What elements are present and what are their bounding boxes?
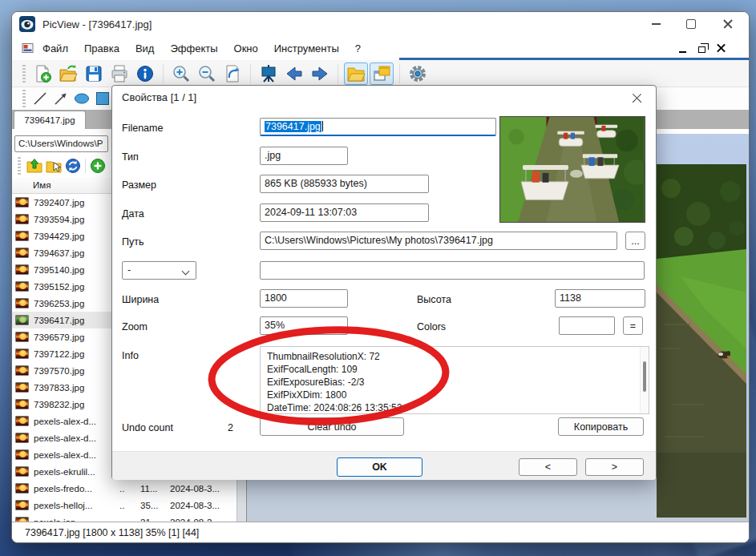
file-thumbnail-icon — [15, 264, 29, 275]
dialog-close-button[interactable] — [625, 88, 648, 107]
file-thumbnail-icon — [15, 449, 29, 460]
width-input[interactable]: 1800 — [260, 289, 348, 308]
window-cascade-icon[interactable] — [370, 62, 394, 85]
file-list-item[interactable]: pexels-jan-...21...2024-08-2... — [12, 514, 237, 522]
preset-dropdown[interactable]: - — [122, 261, 196, 280]
rotate-icon[interactable] — [220, 62, 245, 85]
type-input[interactable]: .jpg — [260, 147, 348, 165]
title-bar[interactable]: PicView - [7396417.jpg] — [12, 12, 749, 36]
preset-value: - — [127, 264, 131, 276]
colors-input[interactable] — [559, 316, 615, 335]
refresh-icon[interactable] — [63, 157, 83, 175]
size-input[interactable]: 865 KB (885933 bytes) — [260, 175, 429, 193]
browse-folder-icon[interactable] — [344, 62, 368, 85]
exif-line: ExifPixXDim: 1800 — [261, 389, 649, 401]
height-label: Высота — [417, 294, 451, 305]
file-name: 7398232.jpg — [34, 400, 115, 409]
zoom-out-icon[interactable] — [195, 62, 219, 85]
menu-Инструменты[interactable]: Инструменты — [266, 39, 347, 58]
slideshow-icon[interactable] — [257, 62, 281, 85]
file-list-item[interactable]: pexels-fredo.....11...2024-08-3... — [12, 480, 237, 497]
image-preview — [499, 116, 645, 223]
file-name: 7396417.jpg — [34, 316, 115, 325]
image-tab[interactable]: 7396417.jpg — [14, 111, 86, 129]
new-image-icon[interactable] — [30, 62, 55, 85]
zoom-input[interactable]: 35% — [260, 316, 348, 335]
file-thumbnail-icon — [15, 433, 29, 443]
menu-Окно[interactable]: Окно — [226, 39, 266, 58]
arrow-tool-icon[interactable] — [51, 89, 71, 108]
file-name: 7394637.jpg — [34, 248, 115, 258]
file-type-column: .. — [119, 501, 135, 510]
size-label: Размер — [122, 179, 156, 191]
file-size: 11... — [140, 484, 165, 494]
info-scrollbar[interactable] — [640, 347, 649, 413]
menu-Эффекты[interactable]: Эффекты — [162, 39, 225, 58]
date-input[interactable]: 2024-09-11 13:07:03 — [260, 203, 429, 222]
zoom-in-icon[interactable] — [169, 62, 193, 85]
file-path-input[interactable]: C:\Users\Windows\Pictures\My photos\7396… — [260, 232, 617, 250]
preset-input[interactable] — [260, 261, 645, 280]
file-name: pexels-alex-d... — [34, 417, 115, 426]
browse-button[interactable]: ... — [625, 232, 645, 250]
path-input[interactable]: C:\Users\Windows\P — [14, 135, 108, 152]
back-arrow-icon[interactable] — [282, 62, 306, 85]
file-thumbnail-icon — [15, 500, 29, 510]
add-icon[interactable] — [88, 157, 107, 175]
line-tool-icon[interactable] — [30, 89, 51, 108]
minimize-button[interactable] — [638, 12, 673, 36]
text-caret — [322, 121, 323, 131]
desktop: PicView - [7396417.jpg] ФайлПравкаВидЭфф… — [0, 0, 756, 556]
save-icon[interactable] — [82, 62, 106, 85]
file-name: pexels-alex-d... — [34, 433, 115, 443]
close-icon — [723, 19, 733, 29]
path-label: Путь — [122, 236, 144, 248]
scrollbar-thumb[interactable] — [643, 361, 646, 392]
menu-?[interactable]: ? — [347, 39, 369, 58]
file-thumbnail-icon — [15, 466, 29, 477]
menu-Вид[interactable]: Вид — [127, 39, 163, 58]
mdi-restore-button[interactable] — [694, 42, 709, 54]
height-input[interactable]: 1138 — [555, 289, 645, 308]
rectangle-tool-icon[interactable] — [92, 89, 113, 108]
file-name: 7395152.jpg — [34, 282, 115, 292]
main-toolbar — [12, 60, 749, 87]
next-image-button[interactable]: > — [585, 458, 644, 476]
open-folder-icon[interactable] — [56, 62, 80, 85]
folder-select-icon[interactable] — [44, 157, 63, 175]
maximize-button[interactable] — [673, 12, 709, 36]
ellipse-tool-icon[interactable] — [71, 89, 92, 108]
info-icon[interactable] — [133, 62, 157, 85]
filename-input[interactable]: 7396417.jpg — [260, 118, 496, 136]
file-name: 7396253.jpg — [34, 299, 115, 308]
colors-label: Colors — [417, 321, 446, 332]
properties-dialog: Свойства [1 / 1] Filename 7396417.jpg — [111, 85, 657, 480]
close-button[interactable] — [710, 12, 746, 36]
file-list-item[interactable]: pexels-helloj.....35...2024-08-3... — [12, 497, 237, 514]
file-date: 2024-08-3... — [170, 501, 237, 510]
photo-canvas[interactable] — [657, 164, 746, 518]
exif-info-lines: ThumbnailResolutionX: 72ExifFocalLength:… — [261, 347, 649, 414]
file-name: 7395140.jpg — [34, 265, 115, 275]
file-thumbnail-icon — [15, 248, 29, 258]
mdi-close-button[interactable] — [714, 42, 728, 54]
dialog-title-bar[interactable]: Свойства [1 / 1] — [112, 86, 656, 108]
forward-arrow-icon[interactable] — [308, 62, 332, 85]
equals-button[interactable]: = — [623, 316, 643, 335]
file-name: pexels-fredo... — [34, 484, 115, 494]
menu-Файл[interactable]: Файл — [34, 39, 76, 58]
copy-button[interactable]: Копировать — [558, 417, 644, 436]
file-name: 7397122.jpg — [34, 349, 115, 359]
menu-Правка[interactable]: Правка — [76, 39, 127, 58]
clear-undo-button[interactable]: Clear undo — [260, 417, 404, 436]
toolbar-separator — [250, 64, 251, 83]
file-thumbnail-icon — [15, 332, 29, 342]
print-icon[interactable] — [107, 62, 131, 85]
settings-gear-icon[interactable] — [406, 62, 430, 85]
exif-info-box[interactable]: ThumbnailResolutionX: 72ExifFocalLength:… — [260, 346, 649, 414]
file-thumbnail-icon — [15, 298, 29, 308]
mdi-minimize-button[interactable] — [675, 42, 689, 54]
ok-button[interactable]: OK — [337, 457, 422, 477]
previous-image-button[interactable]: < — [519, 458, 577, 476]
folder-up-icon[interactable] — [25, 157, 44, 175]
